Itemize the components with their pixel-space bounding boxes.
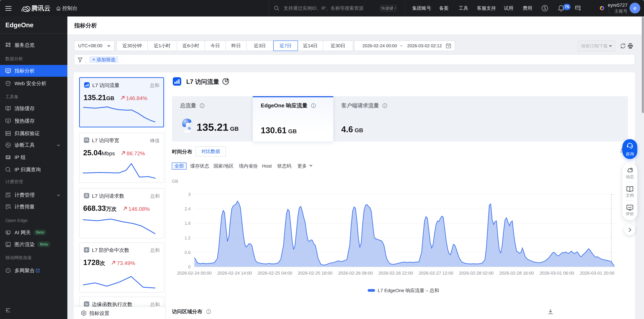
svg-text:2026-02-26 08:00: 2026-02-26 08:00 <box>338 271 373 276</box>
svg-text:2026-03-01 20:00: 2026-03-01 20:00 <box>580 271 614 276</box>
svg-text:1.2: 1.2 <box>184 235 191 240</box>
svg-text:2026-02-26 22:00: 2026-02-26 22:00 <box>378 271 413 276</box>
svg-text:2.4: 2.4 <box>184 206 191 211</box>
svg-text:1.8: 1.8 <box>184 221 191 226</box>
svg-text:0.6: 0.6 <box>184 250 191 255</box>
svg-text:2026-03-01 06:00: 2026-03-01 06:00 <box>540 271 574 276</box>
svg-text:2026-02-28 16:00: 2026-02-28 16:00 <box>499 271 534 276</box>
svg-text:2026-02-25 04:00: 2026-02-25 04:00 <box>258 271 292 276</box>
svg-text:2026-02-28 02:00: 2026-02-28 02:00 <box>459 271 494 276</box>
svg-text:2026-02-24 00:00: 2026-02-24 00:00 <box>177 271 212 276</box>
svg-text:0: 0 <box>188 264 191 269</box>
svg-text:fx: fx <box>85 303 88 306</box>
svg-text:2026-02-27 12:00: 2026-02-27 12:00 <box>419 271 453 276</box>
svg-text:3: 3 <box>188 192 191 197</box>
svg-text:2026-02-25 18:00: 2026-02-25 18:00 <box>298 271 332 276</box>
svg-text:2026-02-24 14:00: 2026-02-24 14:00 <box>218 271 252 276</box>
